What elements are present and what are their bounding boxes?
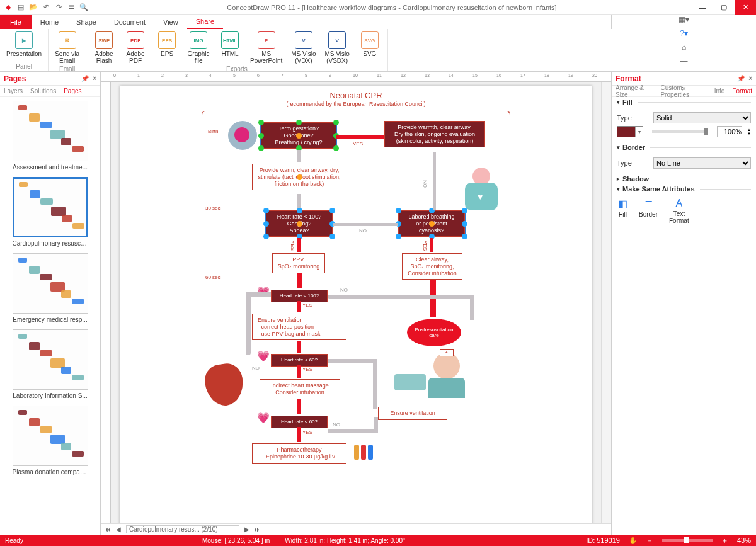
subtab-arrange[interactable]: Arrange & Size <box>612 86 656 96</box>
label-no-3: NO <box>252 365 260 371</box>
zoom-slider[interactable] <box>662 539 713 542</box>
qat-redo-icon[interactable]: ↷ <box>54 3 63 12</box>
window-title: ConceptDraw PRO 11 - [Healthcare workflo… <box>92 4 692 11</box>
node-ensure-vent[interactable]: Ensure ventilation - correct head positi… <box>252 314 346 340</box>
subtab-format[interactable]: Format <box>728 86 756 96</box>
node-hr60-2[interactable]: Heart rate < 60? <box>271 416 328 428</box>
qat-undo-icon[interactable]: ↶ <box>42 3 50 12</box>
subtab-custom[interactable]: Custom Properties <box>656 86 710 96</box>
panel-close-icon[interactable]: × <box>93 75 96 82</box>
node-clear-airway[interactable]: Clear airway, SpO₂ monitoring, Consider … <box>402 253 462 280</box>
export-html-button[interactable]: HTMLHTML <box>216 30 244 59</box>
status-mouse: Mouse: [ 23.26, 5.34 ] in <box>202 537 270 544</box>
file-tab[interactable]: File <box>0 15 32 29</box>
fill-type-select[interactable]: Solid <box>653 112 751 123</box>
export-v-button[interactable]: VMS Visio (VSDX) <box>323 30 352 65</box>
node-provide-warm[interactable]: Provide warm, clear airway, dry, stimula… <box>252 164 346 190</box>
node-indirect-massage[interactable]: Indirect heart massage Consider intubati… <box>260 379 340 399</box>
node-hr60-1[interactable]: Heart rate < 60? <box>271 354 328 367</box>
page-thumb-0[interactable]: Assessment and treatme... <box>4 101 96 171</box>
nav-last-icon[interactable]: ⏭ <box>255 526 261 533</box>
minimize-button[interactable]: — <box>692 0 713 15</box>
drawing-page[interactable]: Neonatal CPR (recommended by the Europea… <box>120 86 592 523</box>
section-shadow-header[interactable]: Shadow <box>612 174 756 184</box>
node-hr100[interactable]: Heart rate < 100? <box>271 290 328 302</box>
panel-close-icon-2[interactable]: × <box>748 75 752 82</box>
node-ppv[interactable]: PPV, SpO₂ monitoring <box>272 253 325 273</box>
help-icon[interactable]: ?▾ <box>680 29 688 38</box>
label-no-1: NO <box>359 228 367 234</box>
export-img-button[interactable]: IMGGraphic file <box>185 30 212 65</box>
hand-tool-icon[interactable]: ✋ <box>629 537 638 545</box>
grid-icon[interactable]: ▦▾ <box>679 15 689 24</box>
section-border-header[interactable]: Border <box>612 142 756 152</box>
tab-document[interactable]: Document <box>105 15 154 29</box>
export-pdf-button[interactable]: PDFAdobe PDF <box>122 30 149 65</box>
qat-open-icon[interactable]: 📂 <box>29 3 38 12</box>
page-thumb-1[interactable]: Cardiopulmonary resuscit... <box>4 177 96 247</box>
send-email-button[interactable]: ✉ Send via Email <box>52 30 82 65</box>
section-fill-header[interactable]: Fill <box>612 97 756 107</box>
qat-save-icon[interactable]: 〓 <box>67 3 76 12</box>
fill-color-swatch[interactable]: ▾ <box>617 126 643 137</box>
export-eps-button[interactable]: EPSEPS <box>153 30 181 59</box>
ribbon-group-exports: SWFAdobe FlashPDFAdobe PDFEPSEPSIMGGraph… <box>86 29 388 71</box>
format-panel: Format 📌× Arrange & Size Custom Properti… <box>611 72 756 535</box>
node-hr100-gasping[interactable]: Heart rate < 100? Gasping? Apnea? <box>266 210 333 237</box>
zoom-in-icon[interactable]: ＋ <box>721 536 728 545</box>
tab-shape[interactable]: Shape <box>67 15 105 29</box>
nav-first-icon[interactable]: ⏮ <box>105 526 111 533</box>
subtab-layers[interactable]: Layers <box>0 86 26 96</box>
close-button[interactable]: ✕ <box>735 0 756 15</box>
label-yes-4: YES <box>302 302 312 308</box>
export-p-button[interactable]: PMS PowerPoint <box>248 30 285 65</box>
page-thumb-4[interactable]: Plasma donation compati... <box>4 406 96 475</box>
export-svg-button[interactable]: SVGSVG <box>356 30 384 59</box>
pin-icon[interactable]: 📌 <box>81 75 89 82</box>
label-yes-1: YES <box>353 141 363 147</box>
subtab-info[interactable]: Info <box>711 86 729 96</box>
qat-new-icon[interactable]: ▤ <box>16 3 25 12</box>
opacity-slider[interactable] <box>652 130 708 133</box>
zoom-out-icon[interactable]: － <box>646 536 653 545</box>
arrow-n12-n14 <box>297 399 301 414</box>
maximize-button[interactable]: ▢ <box>713 0 735 15</box>
node-provide-warmth[interactable]: Provide warmth, clear airway. Dry the sk… <box>384 121 485 147</box>
opacity-input[interactable] <box>717 126 742 137</box>
export-v-button[interactable]: VMS Visio (VDX) <box>289 30 318 65</box>
ribbon: ▶ Presentation Panel ✉ Send via Email Em… <box>0 29 756 72</box>
diagram-subtitle: (recommended by the European Resuscitati… <box>120 101 592 107</box>
export-swf-button[interactable]: SWFAdobe Flash <box>90 30 118 65</box>
min2-icon[interactable]: — <box>680 57 688 65</box>
tab-share[interactable]: Share <box>187 15 223 29</box>
page-thumb-2[interactable]: Emergency medical resp... <box>4 253 96 323</box>
arrow-n4-n6 <box>297 238 301 252</box>
tab-home[interactable]: Home <box>32 15 67 29</box>
presentation-button[interactable]: ▶ Presentation <box>4 30 44 59</box>
vertical-scrollbar[interactable] <box>601 82 611 523</box>
qat-search-icon[interactable]: 🔍 <box>79 3 88 12</box>
canvas[interactable]: Neonatal CPR (recommended by the Europea… <box>111 82 601 523</box>
subtab-pages[interactable]: Pages <box>60 86 85 96</box>
tab-view[interactable]: View <box>154 15 187 29</box>
msa-fill[interactable]: ◧Fill <box>618 198 627 224</box>
page-selector[interactable]: Cardiopulmonary resus... (2/10) <box>126 525 239 533</box>
nav-prev-icon[interactable]: ◀ <box>116 526 121 533</box>
fetus-icon <box>228 121 257 150</box>
home-icon[interactable]: ⌂ <box>682 43 686 52</box>
msa-text-format[interactable]: AText Format <box>669 198 689 224</box>
nav-next-icon[interactable]: ▶ <box>244 526 249 533</box>
heartbeat-icon-3: 💗 <box>257 412 270 424</box>
pin-icon-2[interactable]: 📌 <box>737 75 745 82</box>
label-no-0: NO <box>422 180 428 188</box>
node-postresus[interactable]: Postresuscitation care <box>407 319 461 346</box>
node-ensure-vent-2[interactable]: Ensure ventilation <box>378 407 447 420</box>
page-thumb-3[interactable]: Laboratory Information S... <box>4 329 96 399</box>
node-term-gestation[interactable]: Term gestation? Good tone? Breathing / c… <box>261 122 336 149</box>
subtab-solutions[interactable]: Solutions <box>26 86 60 96</box>
node-pharmaco[interactable]: Pharmacotherapy - Epinephrine 10-30 µg/k… <box>252 443 346 464</box>
msa-border[interactable]: ≣Border <box>639 198 658 224</box>
border-type-select[interactable]: No Line <box>653 157 751 169</box>
section-msa-header[interactable]: Make Same Attributes <box>612 184 756 194</box>
opacity-down[interactable]: ▼ <box>747 132 751 135</box>
